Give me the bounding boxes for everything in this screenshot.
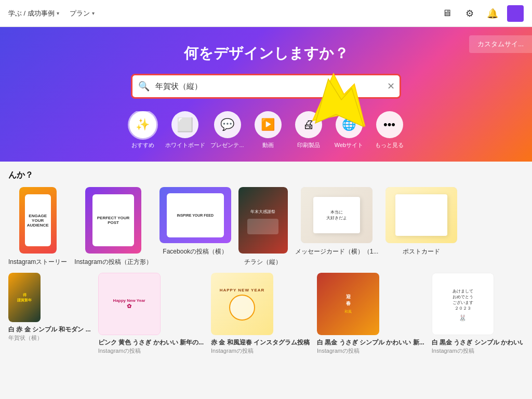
category-video-label: 動画 xyxy=(262,141,274,149)
recommended-icon-wrap: ✨ xyxy=(129,111,156,138)
design-type-cards-row: ENGAGE YOUR AUDIENCE Instagramストーリー PERF… xyxy=(8,187,524,267)
print-icon: 🖨 xyxy=(303,118,314,131)
video-icon-wrap: ▶️ xyxy=(255,111,282,138)
ny-card-5[interactable]: あけましておめでとうございます２０２３ 🐰 白 黒金 うさぎ シンプル かわいい… xyxy=(432,273,524,355)
nav-left: 学ぶ / 成功事例 ▾ プラン ▾ xyxy=(8,9,95,18)
video-icon: ▶️ xyxy=(261,118,275,131)
ny-card-2[interactable]: Happy New Year✿ ピンク 黄色 うさぎ かわいい 新年の... I… xyxy=(98,273,204,355)
hero-section: カスタムサイ... 何をデザインしますか？ 🔍 ✕ ✨ おすすめ ⬜ ホワイトボ… xyxy=(0,27,532,162)
instagram-post-label: Instagramの投稿（正方形） xyxy=(74,258,152,267)
whiteboard-icon: ⬜ xyxy=(177,117,193,133)
print-icon-wrap: 🖨 xyxy=(295,111,322,138)
ny-card-5-thumb: あけましておめでとうございます２０２３ 🐰 xyxy=(432,273,524,335)
category-presentation[interactable]: 💬 プレゼンテ... xyxy=(209,111,246,149)
category-presentation-label: プレゼンテ... xyxy=(210,141,244,149)
custom-size-button[interactable]: カスタムサイ... xyxy=(469,35,532,53)
ny-card-4-thumb: 迎春 和風 xyxy=(317,273,424,335)
category-whiteboard-label: ホワイトボード xyxy=(165,141,205,149)
search-container: 🔍 ✕ xyxy=(131,74,401,99)
category-row: ✨ おすすめ ⬜ ホワイトボード 💬 プレゼンテ... ▶️ 動画 🖨 xyxy=(12,111,520,151)
search-clear-button[interactable]: ✕ xyxy=(387,81,395,92)
ny-card-3[interactable]: HAPPY NEW YEAR 赤 金 和風迎春 インスタグラム投稿 Instag… xyxy=(211,273,310,355)
hero-title: 何をデザインしますか？ xyxy=(12,44,520,63)
ny-card-5-sub: Instagramの投稿 xyxy=(432,347,524,355)
search-input[interactable] xyxy=(131,74,401,99)
nav-learn-chevron: ▾ xyxy=(57,10,59,16)
website-icon-wrap: 🌐 xyxy=(336,111,363,138)
category-recommended-label: おすすめ xyxy=(131,141,154,149)
ny-card-4[interactable]: 迎春 和風 白 黒金 うさぎ シンプル かわいい 新... Instagramの… xyxy=(317,273,424,355)
message-card-thumb: 本当に大好きだよ xyxy=(301,187,373,243)
ny-cards-row: 得謹賀新年 白 赤 金 シンプル 和モダン ... 年賀状（横） Happy N… xyxy=(8,273,524,355)
ny-card-2-title: ピンク 黄色 うさぎ かわいい 新年の... xyxy=(98,338,204,347)
ny-card-1-sub: 年賀状（横） xyxy=(8,334,91,342)
website-icon: 🌐 xyxy=(342,118,356,131)
flyer-thumb: 年末大感謝祭 xyxy=(238,187,288,254)
card-instagram-story[interactable]: ENGAGE YOUR AUDIENCE Instagramストーリー xyxy=(8,187,67,267)
category-whiteboard[interactable]: ⬜ ホワイトボード xyxy=(165,111,205,149)
card-message[interactable]: 本当に大好きだよ メッセージカード（横）（1... xyxy=(295,187,379,267)
section1-title: んか？ xyxy=(8,170,524,181)
notifications-button[interactable]: 🔔 xyxy=(484,5,501,22)
avatar-button[interactable] xyxy=(507,5,524,22)
category-recommended[interactable]: ✨ おすすめ xyxy=(125,111,161,149)
category-website-label: Webサイト xyxy=(335,141,363,149)
monitor-button[interactable]: 🖥 xyxy=(438,5,455,22)
card-facebook-post[interactable]: INSPIRE YOUR FEED Facebookの投稿（横） xyxy=(159,187,231,267)
nav-plan-chevron: ▾ xyxy=(92,10,95,16)
recommended-icon: ✨ xyxy=(136,118,150,131)
nav-learn-label: 学ぶ / 成功事例 xyxy=(8,9,55,18)
nav-right: 🖥 ⚙ 🔔 xyxy=(438,5,524,22)
ny-card-3-title: 赤 金 和風迎春 インスタグラム投稿 xyxy=(211,338,310,347)
facebook-post-thumb: INSPIRE YOUR FEED xyxy=(159,187,231,243)
ny-card-2-sub: Instagramの投稿 xyxy=(98,347,204,355)
ny-card-1[interactable]: 得謹賀新年 白 赤 金 シンプル 和モダン ... 年賀状（横） xyxy=(8,273,91,355)
ny-card-3-thumb: HAPPY NEW YEAR xyxy=(211,273,310,335)
search-icon: 🔍 xyxy=(138,81,150,92)
ny-card-3-sub: Instagramの投稿 xyxy=(211,347,310,355)
whiteboard-icon-wrap: ⬜ xyxy=(171,111,198,138)
instagram-story-thumb: ENGAGE YOUR AUDIENCE xyxy=(19,187,57,254)
category-more[interactable]: ••• もっと見る xyxy=(371,111,408,149)
card-flyer[interactable]: 年末大感謝祭 チラシ（縦） xyxy=(238,187,288,267)
content-area: んか？ ENGAGE YOUR AUDIENCE Instagramストーリー … xyxy=(0,162,532,355)
ny-card-4-title: 白 黒金 うさぎ シンプル かわいい 新... xyxy=(317,338,424,347)
bell-icon: 🔔 xyxy=(487,8,498,19)
navbar: 学ぶ / 成功事例 ▾ プラン ▾ 🖥 ⚙ 🔔 xyxy=(0,0,532,27)
nav-plan[interactable]: プラン ▾ xyxy=(70,9,95,18)
category-video[interactable]: ▶️ 動画 xyxy=(250,111,286,149)
nav-learn[interactable]: 学ぶ / 成功事例 ▾ xyxy=(8,9,59,18)
section2: 得謹賀新年 白 赤 金 シンプル 和モダン ... 年賀状（横） Happy N… xyxy=(8,273,524,355)
presentation-icon: 💬 xyxy=(220,118,234,131)
instagram-story-label: Instagramストーリー xyxy=(8,258,67,267)
ny-card-4-sub: Instagramの投稿 xyxy=(317,347,424,355)
monitor-icon: 🖥 xyxy=(442,8,451,19)
ny-card-2-thumb: Happy New Year✿ xyxy=(98,273,204,335)
ny-card-1-title: 白 赤 金 シンプル 和モダン ... xyxy=(8,325,91,334)
nav-plan-label: プラン xyxy=(70,9,90,18)
instagram-post-thumb: PERFECT YOUR POST xyxy=(85,187,141,254)
ny-card-1-thumb: 得謹賀新年 xyxy=(8,273,91,322)
more-icon-wrap: ••• xyxy=(376,111,403,138)
more-icon: ••• xyxy=(383,118,395,131)
category-website[interactable]: 🌐 Webサイト xyxy=(331,111,367,149)
postcard-label: ポストカード xyxy=(403,247,440,256)
ny-card-5-title: 白 黒金 うさぎ シンプル かわいい 新... xyxy=(432,338,524,347)
postcard-thumb xyxy=(385,187,457,243)
category-more-label: もっと見る xyxy=(375,141,404,149)
message-card-label: メッセージカード（横）（1... xyxy=(295,247,379,256)
card-postcard[interactable]: ポストカード xyxy=(385,187,457,267)
category-print-label: 印刷製品 xyxy=(297,141,320,149)
gear-icon: ⚙ xyxy=(466,8,474,19)
flyer-label: チラシ（縦） xyxy=(244,258,282,267)
settings-button[interactable]: ⚙ xyxy=(461,5,478,22)
card-instagram-post[interactable]: PERFECT YOUR POST Instagramの投稿（正方形） xyxy=(74,187,152,267)
facebook-post-label: Facebookの投稿（横） xyxy=(163,247,228,256)
presentation-icon-wrap: 💬 xyxy=(214,111,241,138)
category-print[interactable]: 🖨 印刷製品 xyxy=(290,111,327,149)
